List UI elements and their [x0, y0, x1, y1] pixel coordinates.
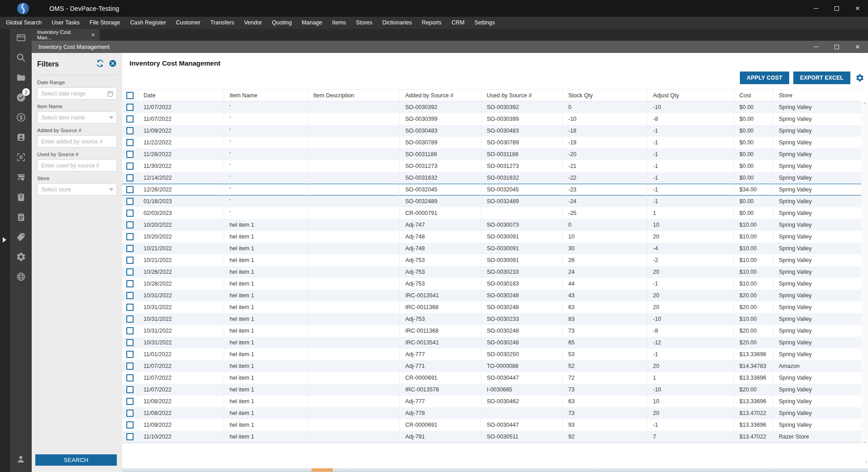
- table-row[interactable]: 10/31/2022hel item 1IRC-0013541SO-003024…: [122, 290, 861, 301]
- inner-restore-icon[interactable]: [826, 41, 847, 53]
- column-header-date[interactable]: Date: [138, 90, 224, 101]
- filters-refresh-icon[interactable]: [96, 59, 104, 69]
- added-by-source-input[interactable]: [37, 135, 117, 148]
- column-header-stock-qty[interactable]: Stock Qty: [563, 90, 647, 101]
- table-row[interactable]: 11/09/2022'SO-0030483SO-0030483-18-1$0.0…: [122, 125, 861, 137]
- menu-item-transfers[interactable]: Transfers: [206, 17, 239, 29]
- table-row[interactable]: 11/07/2022hel item 1IRC-0013578I-0030665…: [122, 384, 861, 396]
- table-row[interactable]: 12/14/2022'SO-0031632SO-0031632-22-1$0.0…: [122, 172, 861, 184]
- scroll-right-icon[interactable]: ›: [865, 458, 867, 465]
- inner-close-icon[interactable]: ✕: [847, 41, 868, 53]
- menu-item-crm[interactable]: CRM: [446, 17, 469, 29]
- table-row[interactable]: 10/26/2022hel item 1Adj-753SO-0030233242…: [122, 266, 861, 278]
- row-checkbox[interactable]: [126, 104, 134, 111]
- table-row[interactable]: 11/01/2022hel item 1Adj-777SO-003025053-…: [122, 348, 861, 360]
- column-header-item-description[interactable]: Item Description: [308, 90, 400, 101]
- column-header-item-name[interactable]: Item Name: [224, 90, 308, 101]
- filters-close-icon[interactable]: [109, 59, 117, 69]
- item-name-field[interactable]: [38, 112, 116, 123]
- table-row[interactable]: 10/20/2022hel item 1Adj-748SO-0030091102…: [122, 231, 861, 243]
- date-range-input[interactable]: [37, 87, 117, 100]
- contact-card-icon[interactable]: [15, 131, 27, 143]
- used-by-source-input[interactable]: [37, 159, 117, 172]
- select-all-checkbox[interactable]: [126, 92, 134, 99]
- item-name-input[interactable]: [37, 111, 117, 124]
- row-checkbox[interactable]: [126, 374, 134, 381]
- inner-minimize-icon[interactable]: [806, 41, 826, 53]
- row-checkbox[interactable]: [126, 292, 134, 299]
- column-header-adjust-qty[interactable]: Adjust Qty: [647, 90, 734, 101]
- table-row[interactable]: 11/08/2022hel item 1Adj-7787320$13.47022…: [122, 407, 861, 419]
- menu-item-items[interactable]: Items: [327, 17, 351, 29]
- menu-item-cash-register[interactable]: Cash Register: [125, 17, 171, 29]
- clipboard-question-icon[interactable]: ?: [15, 191, 27, 203]
- menu-item-global-search[interactable]: Global Search: [1, 17, 47, 29]
- scan-transfer-icon[interactable]: [15, 151, 27, 163]
- search-button[interactable]: SEARCH: [35, 454, 117, 466]
- table-row[interactable]: 11/07/2022hel item 1CR-0000691SO-0030447…: [122, 372, 861, 384]
- menu-item-customer[interactable]: Customer: [171, 17, 205, 29]
- store-input[interactable]: [37, 183, 117, 195]
- chevron-down-icon[interactable]: [109, 188, 114, 191]
- user-icon[interactable]: [15, 453, 27, 465]
- store-icon[interactable]: [15, 171, 27, 183]
- row-checkbox[interactable]: [126, 139, 134, 146]
- row-checkbox[interactable]: [126, 186, 134, 193]
- sidebar-expand-arrow-icon[interactable]: [3, 237, 6, 243]
- row-checkbox[interactable]: [126, 410, 134, 417]
- scroll-up-icon[interactable]: ⌃: [861, 101, 868, 108]
- row-checkbox[interactable]: [126, 174, 134, 181]
- row-checkbox[interactable]: [126, 233, 134, 240]
- date-range-field[interactable]: [38, 88, 116, 99]
- table-row[interactable]: 10/31/2022hel item 1IRC-0011368SO-003024…: [122, 325, 861, 337]
- menu-item-reports[interactable]: Reports: [417, 17, 447, 29]
- table-row[interactable]: 11/30/2022'SO-0031273SO-0031273-21-1$0.0…: [122, 160, 861, 172]
- table-row[interactable]: 11/07/2022'SO-0030399SO-0030399-10-8$0.0…: [122, 113, 861, 125]
- table-row[interactable]: 10/31/2022hel item 1Adj-753SO-003023383-…: [122, 313, 861, 325]
- row-checkbox[interactable]: [126, 257, 134, 264]
- table-row[interactable]: 11/07/2022hel item 1Adj-771TO-0000088522…: [122, 360, 861, 372]
- menu-item-quoting[interactable]: Quoting: [267, 17, 297, 29]
- calendar-icon[interactable]: [107, 90, 114, 97]
- row-checkbox[interactable]: [126, 351, 134, 358]
- tab-close-icon[interactable]: ✕: [91, 32, 95, 38]
- row-checkbox[interactable]: [126, 127, 134, 134]
- close-icon[interactable]: ✕: [847, 0, 868, 17]
- scroll-down-icon[interactable]: ⌄: [861, 438, 868, 444]
- row-checkbox[interactable]: [126, 362, 134, 370]
- table-row[interactable]: 10/20/2022hel item 1Adj-747SO-0030073010…: [122, 219, 861, 231]
- table-row[interactable]: 11/07/2022'SO-0030392SO-00303920-10$0.00…: [122, 101, 861, 113]
- row-checkbox[interactable]: [126, 421, 134, 429]
- horizontal-scrollbar-thumb[interactable]: [312, 468, 333, 472]
- table-row[interactable]: 11/09/2022hel item 1CR-0000691SO-0030447…: [122, 419, 861, 431]
- row-checkbox[interactable]: [126, 115, 134, 123]
- folder-icon[interactable]: [15, 72, 27, 83]
- dollar-icon[interactable]: $: [15, 111, 27, 123]
- vertical-scrollbar[interactable]: ⌃ ⌄: [861, 101, 868, 444]
- row-checkbox[interactable]: [126, 280, 134, 287]
- table-row[interactable]: 10/21/2022hel item 1Adj-753SO-003009126-…: [122, 254, 861, 266]
- table-row[interactable]: 10/31/2022hel item 1IRC-0011368SO-003024…: [122, 301, 861, 313]
- row-checkbox[interactable]: [126, 327, 134, 334]
- table-row[interactable]: 02/03/2023'CR-0000791-251$0.00Spring Val…: [122, 207, 861, 219]
- maximize-icon[interactable]: [826, 0, 847, 17]
- tag-icon[interactable]: [15, 231, 27, 243]
- chevron-down-icon[interactable]: [109, 116, 114, 119]
- table-row[interactable]: 01/16/2023'SO-0032489SO-0032489-24-1$0.0…: [122, 195, 861, 207]
- table-row-selected[interactable]: 12/26/2022'SO-0032045SO-0032045-23-1$34.…: [122, 184, 861, 195]
- clipboard-list-icon[interactable]: [15, 211, 27, 223]
- globe-icon[interactable]: [15, 271, 27, 282]
- apply-cost-button[interactable]: APPLY COST: [740, 72, 789, 84]
- dashboard-icon[interactable]: [15, 32, 27, 43]
- row-checkbox[interactable]: [126, 433, 134, 440]
- table-row[interactable]: 10/31/2022hel item 1IRC-0013541SO-003024…: [122, 337, 861, 348]
- column-header-store[interactable]: Store: [773, 90, 861, 101]
- row-checkbox[interactable]: [126, 315, 134, 323]
- row-checkbox[interactable]: [126, 339, 134, 346]
- tasks-check-icon[interactable]: 2: [15, 91, 27, 103]
- store-field[interactable]: [38, 184, 116, 195]
- table-row[interactable]: 11/22/2022'SO-0030789SO-0030789-19-1$0.0…: [122, 137, 861, 148]
- column-header-added-by-source[interactable]: Added by Source #: [400, 90, 481, 101]
- table-row[interactable]: 11/10/2022hel item 1Adj-791SO-0030511927…: [122, 431, 861, 443]
- row-checkbox[interactable]: [126, 304, 134, 311]
